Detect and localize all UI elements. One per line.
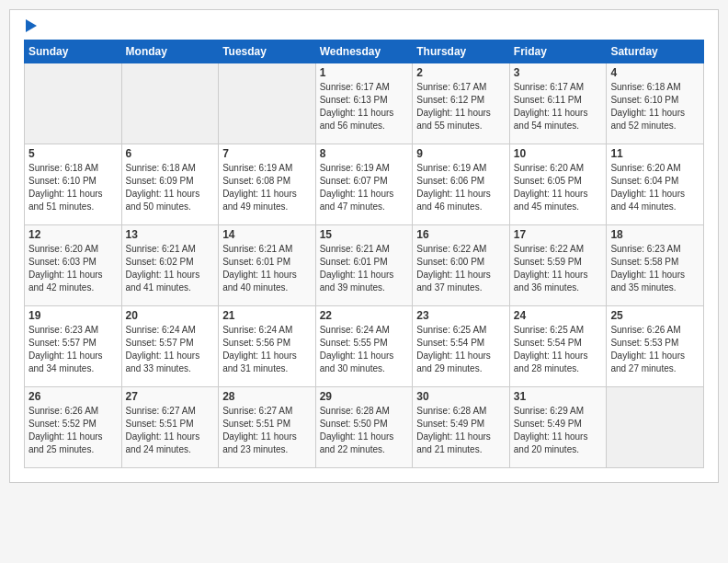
calendar-table: SundayMondayTuesdayWednesdayThursdayFrid… (24, 40, 704, 468)
calendar-cell: 13Sunrise: 6:21 AM Sunset: 6:02 PM Dayli… (121, 225, 219, 306)
day-number: 13 (126, 228, 215, 241)
day-number: 22 (320, 309, 409, 322)
calendar-cell: 17Sunrise: 6:22 AM Sunset: 5:59 PM Dayli… (509, 225, 607, 306)
day-info: Sunrise: 6:19 AM Sunset: 6:08 PM Dayligh… (222, 162, 312, 213)
day-number: 20 (126, 309, 215, 322)
calendar-cell: 24Sunrise: 6:25 AM Sunset: 5:54 PM Dayli… (509, 306, 607, 387)
day-number: 10 (514, 147, 603, 160)
weekday-header-saturday: Saturday (607, 40, 704, 63)
day-number: 1 (320, 66, 409, 79)
calendar-cell: 5Sunrise: 6:18 AM Sunset: 6:10 PM Daylig… (25, 144, 122, 225)
day-info: Sunrise: 6:26 AM Sunset: 5:53 PM Dayligh… (610, 324, 700, 375)
day-info: Sunrise: 6:21 AM Sunset: 6:02 PM Dayligh… (126, 243, 215, 294)
calendar-week-4: 26Sunrise: 6:26 AM Sunset: 5:52 PM Dayli… (25, 387, 704, 468)
day-number: 9 (416, 147, 506, 160)
day-number: 26 (28, 390, 118, 403)
calendar-cell: 6Sunrise: 6:18 AM Sunset: 6:09 PM Daylig… (121, 144, 219, 225)
calendar-week-3: 19Sunrise: 6:23 AM Sunset: 5:57 PM Dayli… (25, 306, 704, 387)
day-info: Sunrise: 6:19 AM Sunset: 6:07 PM Dayligh… (320, 162, 409, 213)
calendar-cell (607, 387, 704, 468)
calendar-cell: 28Sunrise: 6:27 AM Sunset: 5:51 PM Dayli… (219, 387, 316, 468)
calendar-cell: 8Sunrise: 6:19 AM Sunset: 6:07 PM Daylig… (315, 144, 413, 225)
day-info: Sunrise: 6:27 AM Sunset: 5:51 PM Dayligh… (222, 405, 312, 456)
calendar-cell: 11Sunrise: 6:20 AM Sunset: 6:04 PM Dayli… (607, 144, 704, 225)
weekday-header-monday: Monday (121, 40, 219, 63)
calendar-cell: 22Sunrise: 6:24 AM Sunset: 5:55 PM Dayli… (315, 306, 413, 387)
calendar-cell: 15Sunrise: 6:21 AM Sunset: 6:01 PM Dayli… (315, 225, 413, 306)
calendar-cell: 4Sunrise: 6:18 AM Sunset: 6:10 PM Daylig… (607, 63, 704, 144)
calendar-cell: 19Sunrise: 6:23 AM Sunset: 5:57 PM Dayli… (25, 306, 122, 387)
calendar-week-1: 5Sunrise: 6:18 AM Sunset: 6:10 PM Daylig… (25, 144, 704, 225)
day-number: 17 (514, 228, 603, 241)
day-info: Sunrise: 6:28 AM Sunset: 5:50 PM Dayligh… (320, 405, 409, 456)
day-number: 7 (222, 147, 312, 160)
calendar-cell: 10Sunrise: 6:20 AM Sunset: 6:05 PM Dayli… (509, 144, 607, 225)
calendar-cell: 30Sunrise: 6:28 AM Sunset: 5:49 PM Dayli… (413, 387, 510, 468)
weekday-header-sunday: Sunday (25, 40, 122, 63)
day-info: Sunrise: 6:20 AM Sunset: 6:04 PM Dayligh… (610, 162, 700, 213)
calendar-container: SundayMondayTuesdayWednesdayThursdayFrid… (9, 9, 719, 483)
day-number: 25 (610, 309, 700, 322)
day-info: Sunrise: 6:18 AM Sunset: 6:10 PM Dayligh… (610, 81, 700, 132)
day-info: Sunrise: 6:18 AM Sunset: 6:10 PM Dayligh… (28, 162, 118, 213)
calendar-cell: 14Sunrise: 6:21 AM Sunset: 6:01 PM Dayli… (219, 225, 316, 306)
logo-arrow-icon (26, 19, 37, 32)
day-number: 3 (514, 66, 603, 79)
calendar-header (24, 19, 704, 32)
calendar-cell: 7Sunrise: 6:19 AM Sunset: 6:08 PM Daylig… (219, 144, 316, 225)
calendar-tbody: 1Sunrise: 6:17 AM Sunset: 6:13 PM Daylig… (25, 63, 704, 468)
calendar-cell: 20Sunrise: 6:24 AM Sunset: 5:57 PM Dayli… (121, 306, 219, 387)
calendar-cell: 27Sunrise: 6:27 AM Sunset: 5:51 PM Dayli… (121, 387, 219, 468)
day-info: Sunrise: 6:22 AM Sunset: 6:00 PM Dayligh… (416, 243, 506, 294)
day-info: Sunrise: 6:24 AM Sunset: 5:55 PM Dayligh… (320, 324, 409, 375)
day-number: 6 (126, 147, 215, 160)
day-number: 12 (28, 228, 118, 241)
weekday-header-friday: Friday (509, 40, 607, 63)
day-number: 28 (222, 390, 312, 403)
calendar-cell: 18Sunrise: 6:23 AM Sunset: 5:58 PM Dayli… (607, 225, 704, 306)
calendar-week-0: 1Sunrise: 6:17 AM Sunset: 6:13 PM Daylig… (25, 63, 704, 144)
day-number: 30 (416, 390, 506, 403)
calendar-cell: 26Sunrise: 6:26 AM Sunset: 5:52 PM Dayli… (25, 387, 122, 468)
day-info: Sunrise: 6:25 AM Sunset: 5:54 PM Dayligh… (514, 324, 603, 375)
day-info: Sunrise: 6:20 AM Sunset: 6:03 PM Dayligh… (28, 243, 118, 294)
calendar-cell: 3Sunrise: 6:17 AM Sunset: 6:11 PM Daylig… (509, 63, 607, 144)
day-number: 4 (610, 66, 700, 79)
calendar-cell: 2Sunrise: 6:17 AM Sunset: 6:12 PM Daylig… (413, 63, 510, 144)
weekday-header-tuesday: Tuesday (219, 40, 316, 63)
day-number: 21 (222, 309, 312, 322)
calendar-week-2: 12Sunrise: 6:20 AM Sunset: 6:03 PM Dayli… (25, 225, 704, 306)
day-number: 31 (514, 390, 603, 403)
day-number: 15 (320, 228, 409, 241)
weekday-header-row: SundayMondayTuesdayWednesdayThursdayFrid… (25, 40, 704, 63)
weekday-header-wednesday: Wednesday (315, 40, 413, 63)
day-info: Sunrise: 6:23 AM Sunset: 5:57 PM Dayligh… (28, 324, 118, 375)
day-info: Sunrise: 6:26 AM Sunset: 5:52 PM Dayligh… (28, 405, 118, 456)
day-number: 19 (28, 309, 118, 322)
calendar-cell (219, 63, 316, 144)
calendar-cell: 21Sunrise: 6:24 AM Sunset: 5:56 PM Dayli… (219, 306, 316, 387)
calendar-cell: 9Sunrise: 6:19 AM Sunset: 6:06 PM Daylig… (413, 144, 510, 225)
day-info: Sunrise: 6:24 AM Sunset: 5:56 PM Dayligh… (222, 324, 312, 375)
calendar-cell: 16Sunrise: 6:22 AM Sunset: 6:00 PM Dayli… (413, 225, 510, 306)
calendar-cell: 12Sunrise: 6:20 AM Sunset: 6:03 PM Dayli… (25, 225, 122, 306)
day-number: 18 (610, 228, 700, 241)
day-info: Sunrise: 6:17 AM Sunset: 6:12 PM Dayligh… (416, 81, 506, 132)
calendar-cell: 31Sunrise: 6:29 AM Sunset: 5:49 PM Dayli… (509, 387, 607, 468)
day-number: 23 (416, 309, 506, 322)
day-number: 11 (610, 147, 700, 160)
day-info: Sunrise: 6:20 AM Sunset: 6:05 PM Dayligh… (514, 162, 603, 213)
calendar-cell (121, 63, 219, 144)
calendar-cell: 25Sunrise: 6:26 AM Sunset: 5:53 PM Dayli… (607, 306, 704, 387)
day-number: 16 (416, 228, 506, 241)
day-info: Sunrise: 6:22 AM Sunset: 5:59 PM Dayligh… (514, 243, 603, 294)
weekday-header-thursday: Thursday (413, 40, 510, 63)
day-number: 29 (320, 390, 409, 403)
day-info: Sunrise: 6:28 AM Sunset: 5:49 PM Dayligh… (416, 405, 506, 456)
day-info: Sunrise: 6:23 AM Sunset: 5:58 PM Dayligh… (610, 243, 700, 294)
calendar-cell (25, 63, 122, 144)
day-number: 14 (222, 228, 312, 241)
day-info: Sunrise: 6:17 AM Sunset: 6:11 PM Dayligh… (514, 81, 603, 132)
day-info: Sunrise: 6:18 AM Sunset: 6:09 PM Dayligh… (126, 162, 215, 213)
calendar-cell: 29Sunrise: 6:28 AM Sunset: 5:50 PM Dayli… (315, 387, 413, 468)
